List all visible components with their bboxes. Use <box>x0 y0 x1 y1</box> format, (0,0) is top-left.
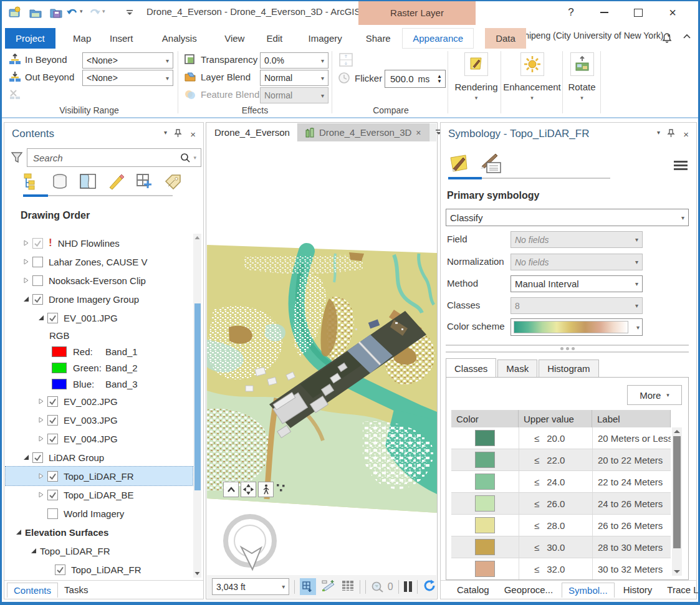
panel-menu-caret-icon[interactable]: ▾ <box>657 129 660 136</box>
layer-checkbox[interactable] <box>55 565 65 575</box>
expander-open-icon[interactable] <box>23 296 31 302</box>
layer-checkbox[interactable] <box>47 313 58 323</box>
dock-tab-geoproce[interactable]: Geoproce... <box>498 583 559 597</box>
layer-checkbox[interactable] <box>47 471 58 482</box>
pan-nav-button[interactable] <box>241 482 256 497</box>
scene-viewport[interactable] <box>207 141 437 575</box>
tree-item-topo-lidar-fr[interactable]: Topo_LiDAR_FR <box>6 467 193 485</box>
data-source-tab-icon[interactable] <box>51 173 69 193</box>
class-label[interactable]: 22 to 24 Meters <box>593 477 671 487</box>
compass[interactable] <box>215 506 285 575</box>
ribbon-tab-insert[interactable]: Insert <box>99 28 144 49</box>
layer-checkbox[interactable] <box>47 415 58 426</box>
class-row[interactable]: ≤20.020 Meters or Less <box>451 427 671 449</box>
tree-item-world-imagery[interactable]: World Imagery <box>6 504 193 523</box>
class-label[interactable]: 30 to 32 Meters <box>593 564 671 574</box>
dock-tab-traceloca[interactable]: Trace Loca... <box>661 583 700 597</box>
ribbon-tab-edit[interactable]: Edit <box>256 28 293 49</box>
expander-closed-icon[interactable] <box>38 492 46 498</box>
pause-drawing-button[interactable] <box>404 581 413 592</box>
class-color-swatch[interactable] <box>475 452 495 468</box>
class-row[interactable]: ≤32.030 to 32 Meters <box>451 558 671 579</box>
tree-item-rgb[interactable]: RGB <box>6 327 193 343</box>
close-panel-icon[interactable]: × <box>683 129 689 140</box>
class-label[interactable]: 20 Meters or Less <box>593 433 671 444</box>
layer-checkbox[interactable] <box>47 396 58 407</box>
expander-closed-icon[interactable] <box>38 417 46 423</box>
close-view-icon[interactable]: × <box>416 128 421 138</box>
zoom-to-selection-button[interactable]: 0 <box>371 581 393 593</box>
close-window-icon[interactable]: × <box>659 4 686 21</box>
expander-closed-icon[interactable] <box>38 398 46 404</box>
sub-tab-histogram[interactable]: Histogram <box>539 360 598 377</box>
open-project-icon[interactable] <box>28 5 43 20</box>
class-upper-value[interactable]: ≤32.0 <box>519 558 593 579</box>
class-upper-value[interactable]: ≤28.0 <box>519 515 593 536</box>
class-color-swatch[interactable] <box>475 474 495 490</box>
sub-tab-mask[interactable]: Mask <box>497 360 537 377</box>
tree-item-band-2[interactable]: Green:Band_2 <box>6 360 193 376</box>
classes-scrollbar-thumb[interactable] <box>673 436 681 548</box>
tree-item-nooksack-everson-clip[interactable]: Nooksack-Everson Clip <box>6 271 193 290</box>
search-icon[interactable] <box>180 153 191 163</box>
contents-scrollbar[interactable] <box>193 234 201 578</box>
dock-tab-history[interactable]: History <box>617 583 659 597</box>
class-row[interactable]: ≤28.026 to 26 Meters <box>451 515 671 536</box>
class-color-swatch[interactable] <box>475 517 495 533</box>
pin-icon[interactable] <box>667 129 675 140</box>
class-label[interactable]: 24 to 26 Meters <box>593 498 671 509</box>
expander-closed-icon[interactable] <box>23 259 31 265</box>
class-row[interactable]: ≤24.022 to 24 Meters <box>451 471 671 493</box>
tree-item-topo-lidar-fr[interactable]: Topo_LiDAR_FR <box>6 560 193 579</box>
class-color-swatch[interactable] <box>475 539 495 555</box>
selection-tab-icon[interactable] <box>79 173 97 193</box>
help-icon[interactable]: ? <box>557 4 585 21</box>
expander-open-icon[interactable] <box>31 548 38 554</box>
class-row[interactable]: ≤26.024 to 26 Meters <box>451 493 671 515</box>
tree-item-lahar-zones-cause-v[interactable]: Lahar Zones, CAUSE V <box>6 252 193 271</box>
refresh-button[interactable] <box>423 579 436 595</box>
undo-caret-icon[interactable]: ▾ <box>80 8 83 14</box>
walk-nav-button[interactable] <box>258 482 274 497</box>
tree-item-lidar-group[interactable]: LiDAR Group <box>6 448 193 467</box>
class-upper-value[interactable]: ≤20.0 <box>519 427 593 449</box>
classes-scrollbar[interactable] <box>672 427 682 576</box>
flicker-spinner[interactable]: 500.0 ms ▲ ▼ <box>385 70 446 88</box>
vector-field-tab-icon[interactable] <box>479 153 504 178</box>
class-upper-value[interactable]: ≤22.0 <box>519 449 593 470</box>
spinner-down-icon[interactable]: ▼ <box>437 79 442 84</box>
class-color-swatch[interactable] <box>475 430 495 446</box>
band-color-swatch[interactable] <box>52 379 67 389</box>
tree-item-ev-003-jpg[interactable]: EV_003.JPG <box>6 411 193 429</box>
measure-button[interactable] <box>321 579 336 595</box>
redo-icon[interactable] <box>87 5 102 20</box>
class-label[interactable]: 20 to 22 Meters <box>593 455 671 465</box>
rendering-button[interactable]: Rendering▾ <box>453 51 500 113</box>
tab-tasks[interactable]: Tasks <box>58 583 94 597</box>
redo-caret-icon[interactable]: ▾ <box>102 8 105 14</box>
dock-tab-catalog[interactable]: Catalog <box>451 583 496 597</box>
class-label[interactable]: 28 to 30 Meters <box>593 542 671 553</box>
ribbon-tab-appearance[interactable]: Appearance <box>402 28 474 49</box>
panel-splitter[interactable] <box>446 345 689 353</box>
layer-blend-combo[interactable]: Normal▾ <box>260 70 328 86</box>
class-color-swatch[interactable] <box>475 495 495 512</box>
enhancement-button[interactable]: Enhancement▾ <box>502 51 562 113</box>
class-color-swatch[interactable] <box>475 561 495 577</box>
ribbon-tab-share[interactable]: Share <box>355 28 401 49</box>
panel-menu-caret-icon[interactable]: ▾ <box>164 129 167 136</box>
drawing-order-tab-icon[interactable] <box>23 173 41 193</box>
tree-item-topo-lidar-fr[interactable]: Topo_LiDAR_FR <box>6 541 193 560</box>
pin-icon[interactable] <box>174 129 182 140</box>
expander-open-icon[interactable] <box>38 315 46 321</box>
layer-checkbox[interactable] <box>32 275 43 286</box>
new-project-icon[interactable] <box>7 5 22 20</box>
class-upper-value[interactable]: ≤30.0 <box>519 536 593 558</box>
layer-checkbox[interactable] <box>47 434 58 444</box>
rotate-button[interactable]: Rotate▾ <box>564 51 600 113</box>
tree-item-topo-lidar-be[interactable]: Topo_LiDAR_BE <box>6 485 193 504</box>
expander-open-icon[interactable] <box>23 454 31 460</box>
maximize-icon[interactable] <box>625 4 652 21</box>
expander-open-icon[interactable] <box>16 529 23 535</box>
close-panel-icon[interactable]: × <box>190 129 196 140</box>
